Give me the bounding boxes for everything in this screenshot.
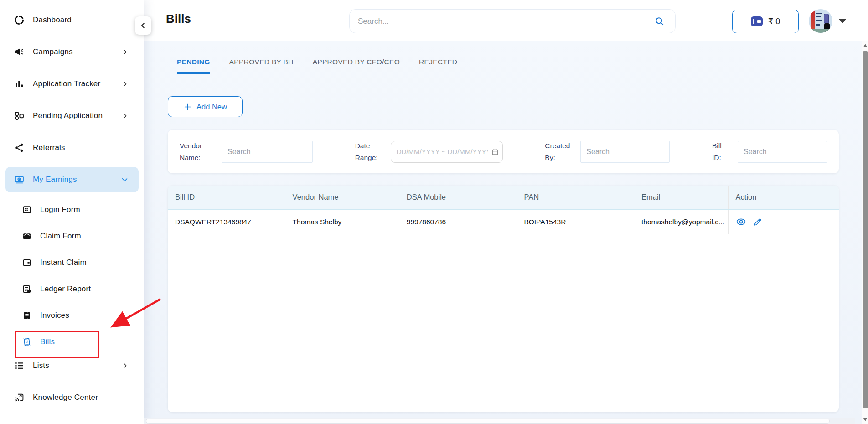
scroll-up-arrow-icon[interactable] [863, 44, 867, 47]
sidebar-item-my-earnings[interactable]: My Earnings [5, 167, 139, 192]
bills-table: Bill ID Vendor Name DSA Mobile PAN Email… [168, 186, 839, 234]
vendor-name-filter-input[interactable] [222, 141, 313, 163]
wallet-icon [751, 16, 763, 26]
column-pan: PAN [517, 186, 634, 209]
filter-label: Bill ID: [712, 140, 731, 163]
ledger-document-icon [22, 284, 32, 294]
app-grid-icon [14, 110, 25, 121]
sidebar-item-label: Campaigns [33, 47, 73, 57]
chevron-down-icon [121, 176, 129, 184]
sidebar-item-referrals[interactable]: Referrals [5, 135, 139, 160]
cell-bill-id: DSAQWERT213469847 [168, 209, 285, 234]
earnings-banknote-icon [14, 174, 25, 185]
sidebar-item-label: Ledger Report [40, 284, 91, 294]
chevron-right-icon [121, 362, 129, 369]
chevron-right-icon [121, 48, 129, 56]
sidebar-item-label: Claim Form [40, 232, 81, 241]
bill-id-filter-input[interactable] [738, 141, 827, 163]
filter-label: Date Range: [355, 140, 384, 163]
sidebar-item-login-form[interactable]: Login Form [5, 199, 139, 221]
global-search-input[interactable] [350, 10, 675, 33]
sidebar-item-label: Knowledge Center [33, 393, 98, 402]
global-search [349, 9, 676, 33]
bar-chart-icon [14, 78, 25, 89]
filter-created-by: Created By: [545, 140, 670, 163]
sidebar-item-knowledge-center[interactable]: Knowledge Center [5, 385, 139, 410]
share-icon [14, 142, 25, 153]
view-icon[interactable] [736, 217, 746, 227]
main-area: Bills ₹ 0 [144, 0, 868, 424]
app-window: Dashboard Campaigns Application Tracker [0, 0, 868, 424]
sidebar-item-campaigns[interactable]: Campaigns [5, 39, 139, 65]
sidebar: Dashboard Campaigns Application Tracker [0, 0, 144, 424]
plus-icon [183, 103, 192, 111]
filter-label: Created By: [545, 140, 574, 163]
tab-approved-by-bh[interactable]: APPROVED BY BH [229, 58, 294, 74]
form-grid-icon [22, 205, 32, 215]
horizontal-scrollbar-thumb[interactable] [146, 419, 830, 424]
horizontal-scrollbar[interactable] [144, 418, 855, 424]
sidebar-item-ledger-report[interactable]: Ledger Report [5, 278, 139, 300]
sidebar-item-dashboard[interactable]: Dashboard [5, 7, 139, 33]
sidebar-item-bills[interactable]: Bills [5, 331, 139, 353]
tab-approved-by-cfo-ceo[interactable]: APPROVED BY CFO/CEO [313, 58, 400, 74]
add-new-button[interactable]: Add New [168, 96, 243, 117]
wallet-balance-button[interactable]: ₹ 0 [732, 10, 799, 33]
sidebar-item-label: Lists [33, 361, 49, 370]
column-dsa-mobile: DSA Mobile [399, 186, 517, 209]
sidebar-item-instant-claim[interactable]: Instant Claim [5, 252, 139, 274]
topbar: Bills ₹ 0 [144, 0, 868, 41]
sidebar-item-label: Pending Application [33, 111, 103, 120]
profile-dropdown-caret[interactable] [839, 19, 846, 23]
cell-pan: BOIPA1543R [517, 209, 634, 234]
sidebar-item-label: My Earnings [33, 175, 77, 184]
status-tabs: PENDING APPROVED BY BH APPROVED BY CFO/C… [177, 58, 457, 74]
date-range-filter-input[interactable] [391, 141, 503, 163]
created-by-filter-input[interactable] [580, 141, 670, 163]
sidebar-item-label: Bills [40, 337, 55, 346]
sidebar-item-lists[interactable]: Lists [5, 353, 139, 378]
chevron-left-icon [139, 21, 147, 30]
filter-date-range: Date Range: [355, 140, 503, 163]
column-email: Email [634, 186, 728, 209]
list-icon [14, 360, 25, 371]
receipt-filled-icon [22, 310, 32, 321]
sidebar-item-label: Referrals [33, 143, 65, 152]
edit-icon[interactable] [753, 217, 763, 227]
column-vendor-name: Vendor Name [285, 186, 399, 209]
vertical-scrollbar-thumb[interactable] [863, 51, 868, 408]
filter-bar: Vendor Name: Date Range: Created By: [168, 130, 839, 173]
page-title: Bills [166, 12, 191, 26]
tab-pending[interactable]: PENDING [177, 58, 210, 74]
wallet-filled-icon [22, 231, 32, 241]
column-bill-id: Bill ID [168, 186, 285, 209]
sidebar-item-pending-application[interactable]: Pending Application [5, 103, 139, 129]
calendar-icon[interactable] [491, 148, 499, 157]
header-divider [164, 41, 861, 41]
filter-label: Vendor Name: [180, 140, 215, 163]
dashboard-icon [14, 15, 25, 26]
scroll-down-arrow-icon[interactable] [863, 418, 867, 421]
sidebar-item-label: Dashboard [33, 16, 72, 25]
search-icon[interactable] [654, 16, 665, 29]
tab-rejected[interactable]: REJECTED [419, 58, 457, 74]
bills-table-card: Bill ID Vendor Name DSA Mobile PAN Email… [168, 186, 839, 412]
sidebar-item-application-tracker[interactable]: Application Tracker [5, 71, 139, 97]
wallet-balance: ₹ 0 [768, 16, 780, 26]
wallet-card-icon [22, 258, 32, 268]
sidebar-item-label: Invoices [40, 311, 69, 320]
bill-receipt-icon [22, 337, 32, 347]
column-action: Action [728, 186, 839, 209]
sidebar-item-invoices[interactable]: Invoices [5, 305, 139, 326]
cell-vendor-name: Thomas Shelby [285, 209, 399, 234]
cell-action [728, 209, 839, 234]
sidebar-item-claim-form[interactable]: Claim Form [5, 225, 139, 247]
sidebar-collapse-button[interactable] [135, 16, 151, 35]
chevron-right-icon [121, 80, 129, 88]
content-area: PENDING APPROVED BY BH APPROVED BY CFO/C… [144, 41, 862, 424]
megaphone-icon [14, 47, 25, 57]
vertical-scrollbar[interactable] [862, 41, 868, 424]
sidebar-nav: Dashboard Campaigns Application Tracker [0, 0, 144, 410]
table-header-row: Bill ID Vendor Name DSA Mobile PAN Email… [168, 186, 839, 209]
user-avatar[interactable] [809, 9, 832, 33]
